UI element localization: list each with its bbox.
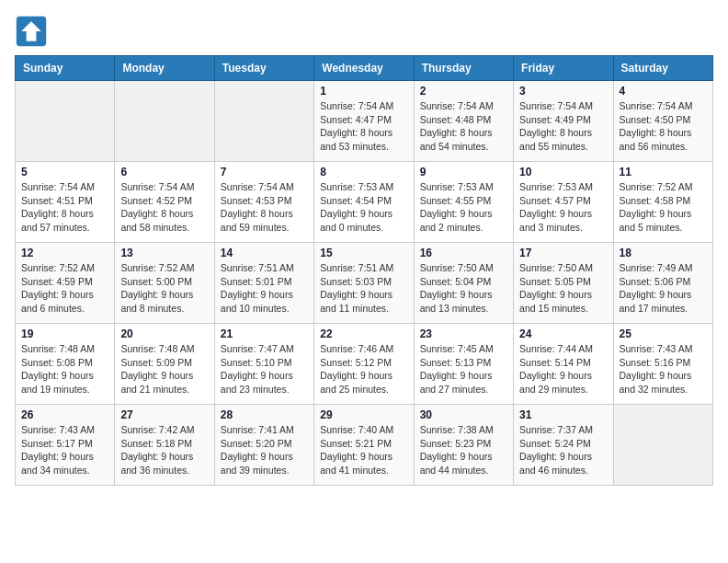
- day-number: 31: [519, 408, 607, 421]
- day-info: Sunrise: 7:47 AM Sunset: 5:10 PM Dayligh…: [221, 342, 308, 396]
- day-number: 30: [420, 408, 507, 421]
- day-number: 6: [120, 166, 208, 178]
- day-cell: 30Sunrise: 7:38 AM Sunset: 5:23 PM Dayli…: [414, 405, 513, 486]
- day-header-tuesday: Tuesday: [214, 56, 313, 81]
- day-number: 21: [221, 327, 308, 340]
- day-header-monday: Monday: [115, 56, 214, 81]
- day-number: 25: [620, 327, 707, 340]
- day-cell: 3Sunrise: 7:54 AM Sunset: 4:49 PM Daylig…: [514, 81, 613, 162]
- week-row-5: 26Sunrise: 7:43 AM Sunset: 5:17 PM Dayli…: [16, 405, 713, 486]
- day-number: 28: [221, 408, 308, 421]
- day-info: Sunrise: 7:52 AM Sunset: 5:00 PM Dayligh…: [120, 261, 208, 316]
- day-number: 7: [221, 166, 308, 178]
- day-cell: [115, 81, 214, 162]
- day-info: Sunrise: 7:52 AM Sunset: 4:58 PM Dayligh…: [620, 180, 707, 235]
- day-info: Sunrise: 7:50 AM Sunset: 5:04 PM Dayligh…: [420, 261, 507, 316]
- day-number: 8: [320, 166, 407, 178]
- day-cell: 22Sunrise: 7:46 AM Sunset: 5:12 PM Dayli…: [314, 324, 414, 405]
- day-cell: 5Sunrise: 7:54 AM Sunset: 4:51 PM Daylig…: [16, 162, 115, 243]
- day-number: 2: [420, 85, 507, 98]
- day-info: Sunrise: 7:42 AM Sunset: 5:18 PM Dayligh…: [120, 423, 208, 477]
- day-info: Sunrise: 7:41 AM Sunset: 5:20 PM Dayligh…: [221, 423, 308, 477]
- header: [15, 15, 713, 48]
- week-row-1: 1Sunrise: 7:54 AM Sunset: 4:47 PM Daylig…: [16, 81, 713, 162]
- day-cell: 18Sunrise: 7:49 AM Sunset: 5:06 PM Dayli…: [613, 243, 712, 324]
- day-cell: 25Sunrise: 7:43 AM Sunset: 5:16 PM Dayli…: [613, 324, 712, 405]
- day-cell: 19Sunrise: 7:48 AM Sunset: 5:08 PM Dayli…: [16, 324, 115, 405]
- day-cell: 7Sunrise: 7:54 AM Sunset: 4:53 PM Daylig…: [214, 162, 313, 243]
- day-cell: [16, 81, 115, 162]
- day-header-saturday: Saturday: [613, 56, 712, 81]
- day-cell: 6Sunrise: 7:54 AM Sunset: 4:52 PM Daylig…: [115, 162, 214, 243]
- day-info: Sunrise: 7:40 AM Sunset: 5:21 PM Dayligh…: [320, 423, 407, 477]
- day-cell: [214, 81, 313, 162]
- day-info: Sunrise: 7:51 AM Sunset: 5:03 PM Dayligh…: [320, 261, 407, 316]
- calendar-table: SundayMondayTuesdayWednesdayThursdayFrid…: [15, 55, 713, 486]
- day-number: 26: [21, 408, 108, 421]
- day-info: Sunrise: 7:44 AM Sunset: 5:14 PM Dayligh…: [519, 342, 607, 396]
- day-cell: 16Sunrise: 7:50 AM Sunset: 5:04 PM Dayli…: [414, 243, 513, 324]
- day-header-wednesday: Wednesday: [314, 56, 414, 81]
- day-cell: 26Sunrise: 7:43 AM Sunset: 5:17 PM Dayli…: [16, 405, 115, 486]
- day-info: Sunrise: 7:54 AM Sunset: 4:52 PM Dayligh…: [120, 180, 208, 235]
- day-info: Sunrise: 7:54 AM Sunset: 4:47 PM Dayligh…: [320, 99, 407, 154]
- day-number: 14: [221, 247, 308, 259]
- day-number: 23: [420, 327, 507, 340]
- day-info: Sunrise: 7:54 AM Sunset: 4:50 PM Dayligh…: [620, 99, 707, 154]
- logo: [15, 15, 51, 48]
- day-number: 4: [620, 85, 707, 98]
- day-cell: 29Sunrise: 7:40 AM Sunset: 5:21 PM Dayli…: [314, 405, 414, 486]
- day-info: Sunrise: 7:43 AM Sunset: 5:16 PM Dayligh…: [620, 342, 707, 396]
- day-cell: [613, 405, 712, 486]
- day-info: Sunrise: 7:53 AM Sunset: 4:57 PM Dayligh…: [519, 180, 607, 235]
- day-number: 20: [120, 327, 208, 340]
- day-info: Sunrise: 7:38 AM Sunset: 5:23 PM Dayligh…: [420, 423, 507, 477]
- day-info: Sunrise: 7:54 AM Sunset: 4:48 PM Dayligh…: [420, 99, 507, 154]
- day-info: Sunrise: 7:51 AM Sunset: 5:01 PM Dayligh…: [221, 261, 308, 316]
- day-cell: 13Sunrise: 7:52 AM Sunset: 5:00 PM Dayli…: [115, 243, 214, 324]
- day-number: 15: [320, 247, 407, 259]
- day-header-thursday: Thursday: [414, 56, 513, 81]
- day-cell: 4Sunrise: 7:54 AM Sunset: 4:50 PM Daylig…: [613, 81, 712, 162]
- day-info: Sunrise: 7:54 AM Sunset: 4:53 PM Dayligh…: [221, 180, 308, 235]
- day-headers: SundayMondayTuesdayWednesdayThursdayFrid…: [16, 56, 713, 81]
- day-info: Sunrise: 7:54 AM Sunset: 4:51 PM Dayligh…: [21, 180, 108, 235]
- day-info: Sunrise: 7:46 AM Sunset: 5:12 PM Dayligh…: [320, 342, 407, 396]
- day-info: Sunrise: 7:50 AM Sunset: 5:05 PM Dayligh…: [519, 261, 607, 316]
- day-cell: 20Sunrise: 7:48 AM Sunset: 5:09 PM Dayli…: [115, 324, 214, 405]
- day-number: 12: [21, 247, 108, 259]
- day-info: Sunrise: 7:48 AM Sunset: 5:08 PM Dayligh…: [21, 342, 108, 396]
- day-number: 11: [620, 166, 707, 178]
- day-cell: 27Sunrise: 7:42 AM Sunset: 5:18 PM Dayli…: [115, 405, 214, 486]
- day-info: Sunrise: 7:53 AM Sunset: 4:54 PM Dayligh…: [320, 180, 407, 235]
- day-cell: 24Sunrise: 7:44 AM Sunset: 5:14 PM Dayli…: [514, 324, 613, 405]
- day-number: 16: [420, 247, 507, 259]
- day-number: 24: [519, 327, 607, 340]
- day-cell: 10Sunrise: 7:53 AM Sunset: 4:57 PM Dayli…: [514, 162, 613, 243]
- day-cell: 14Sunrise: 7:51 AM Sunset: 5:01 PM Dayli…: [214, 243, 313, 324]
- week-row-2: 5Sunrise: 7:54 AM Sunset: 4:51 PM Daylig…: [16, 162, 713, 243]
- day-cell: 8Sunrise: 7:53 AM Sunset: 4:54 PM Daylig…: [314, 162, 414, 243]
- day-number: 17: [519, 247, 607, 259]
- day-cell: 1Sunrise: 7:54 AM Sunset: 4:47 PM Daylig…: [314, 81, 414, 162]
- day-info: Sunrise: 7:45 AM Sunset: 5:13 PM Dayligh…: [420, 342, 507, 396]
- day-info: Sunrise: 7:52 AM Sunset: 4:59 PM Dayligh…: [21, 261, 108, 316]
- day-cell: 28Sunrise: 7:41 AM Sunset: 5:20 PM Dayli…: [214, 405, 313, 486]
- day-info: Sunrise: 7:49 AM Sunset: 5:06 PM Dayligh…: [620, 261, 707, 316]
- day-info: Sunrise: 7:48 AM Sunset: 5:09 PM Dayligh…: [120, 342, 208, 396]
- logo-icon: [15, 15, 48, 48]
- day-header-sunday: Sunday: [16, 56, 115, 81]
- day-number: 27: [120, 408, 208, 421]
- day-number: 1: [320, 85, 407, 98]
- day-cell: 9Sunrise: 7:53 AM Sunset: 4:55 PM Daylig…: [414, 162, 513, 243]
- day-cell: 21Sunrise: 7:47 AM Sunset: 5:10 PM Dayli…: [214, 324, 313, 405]
- week-row-3: 12Sunrise: 7:52 AM Sunset: 4:59 PM Dayli…: [16, 243, 713, 324]
- day-number: 22: [320, 327, 407, 340]
- day-number: 9: [420, 166, 507, 178]
- day-header-friday: Friday: [514, 56, 613, 81]
- day-number: 13: [120, 247, 208, 259]
- day-cell: 11Sunrise: 7:52 AM Sunset: 4:58 PM Dayli…: [613, 162, 712, 243]
- day-cell: 31Sunrise: 7:37 AM Sunset: 5:24 PM Dayli…: [514, 405, 613, 486]
- day-info: Sunrise: 7:37 AM Sunset: 5:24 PM Dayligh…: [519, 423, 607, 477]
- day-number: 29: [320, 408, 407, 421]
